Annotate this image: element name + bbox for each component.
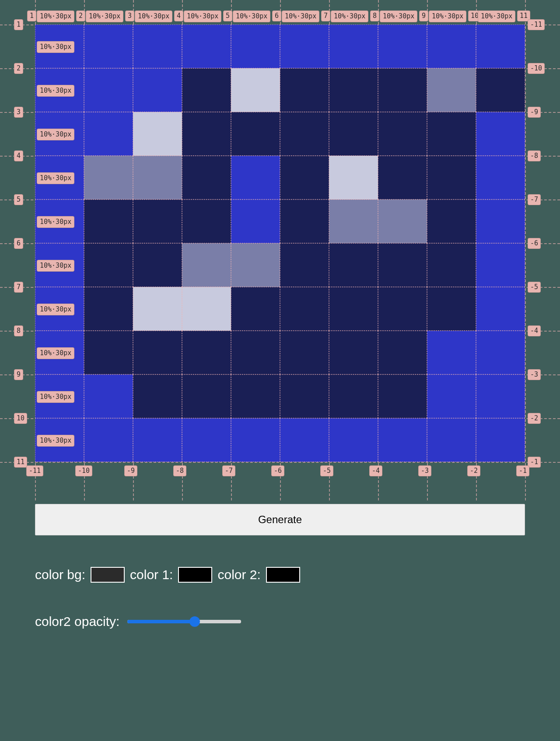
grid-cell [476, 112, 525, 156]
row-track-size: 10%·30px [37, 172, 74, 184]
grid-cell [329, 199, 378, 243]
grid-cell [84, 418, 133, 462]
grid-cell [427, 243, 476, 287]
grid-cell [329, 287, 378, 331]
grid-cell [182, 287, 231, 331]
opacity-row: color2 opacity: [35, 614, 525, 655]
row-line-number-neg: -8 [528, 150, 541, 161]
col-line-number-neg: -3 [418, 465, 431, 476]
grid-cell [231, 243, 280, 287]
row-line-number: 9 [14, 369, 23, 380]
grid-cell [280, 68, 329, 112]
generate-button[interactable]: Generate [35, 504, 525, 535]
col-line-number-neg: -6 [271, 465, 284, 476]
grid-cell [329, 156, 378, 199]
grid-inspector: 110%·30px210%·30px310%·30px410%·30px510%… [14, 14, 546, 486]
col-line-number-neg: -9 [124, 465, 137, 476]
grid-cell [84, 68, 133, 112]
col-track-size: 10%·30px [331, 10, 368, 22]
col-line-number: 9 [419, 10, 428, 21]
color-bg-swatch[interactable] [91, 567, 125, 583]
grid-cell [329, 68, 378, 112]
row-track-size: 10%·30px [37, 435, 74, 447]
grid-cell [280, 199, 329, 243]
grid-cell [476, 156, 525, 199]
color-2-swatch[interactable] [266, 567, 300, 583]
col-line-number-neg: -5 [320, 465, 333, 476]
col-track-size: 10%·30px [478, 10, 515, 22]
grid-cell [182, 243, 231, 287]
grid-cell [476, 331, 525, 374]
col-track-size: 10%·30px [135, 10, 172, 22]
grid-cell [280, 287, 329, 331]
grid-cell [133, 331, 182, 374]
row-line-number-neg: -9 [528, 107, 541, 118]
grid-cell [182, 374, 231, 418]
grid-cell [329, 112, 378, 156]
col-line-number: 4 [174, 10, 183, 21]
col-line-number-neg: -1 [516, 465, 529, 476]
row-line-number: 2 [14, 63, 23, 74]
grid-cell [476, 68, 525, 112]
row-line-number: 6 [14, 238, 23, 249]
grid-cell [378, 374, 427, 418]
grid-cell [476, 287, 525, 331]
grid-cell [329, 243, 378, 287]
grid-cell [231, 68, 280, 112]
color-1-swatch[interactable] [178, 567, 212, 583]
grid-cell [476, 243, 525, 287]
grid-cell [231, 287, 280, 331]
label-color-1: color 1: [130, 567, 173, 582]
controls: Generate color bg: color 1: color 2: col… [35, 504, 525, 655]
row-line-number: 4 [14, 150, 23, 161]
grid-cell [84, 156, 133, 199]
col-line-number: 6 [272, 10, 281, 21]
row-line-number-neg: -11 [528, 19, 545, 30]
opacity-slider[interactable] [127, 620, 241, 623]
row-track-size: 10%·30px [37, 260, 74, 272]
grid-cell [231, 418, 280, 462]
row-line-number: 5 [14, 194, 23, 205]
col-track-size: 10%·30px [282, 10, 319, 22]
grid-cell [231, 24, 280, 68]
color-row: color bg: color 1: color 2: [35, 567, 525, 583]
grid-cell [133, 374, 182, 418]
row-track-size: 10%·30px [37, 391, 74, 403]
grid-cell [378, 418, 427, 462]
col-line-number: 3 [125, 10, 134, 21]
col-line-number-neg: -8 [173, 465, 186, 476]
grid-cell [280, 243, 329, 287]
grid-cell [231, 199, 280, 243]
grid-cell [182, 156, 231, 199]
grid-cell [133, 156, 182, 199]
grid-cell [182, 68, 231, 112]
row-track-size: 10%·30px [37, 41, 74, 53]
grid-cell [378, 24, 427, 68]
col-line-number-neg: -7 [222, 465, 235, 476]
row-line-number: 1 [14, 19, 23, 30]
grid-cell [133, 287, 182, 331]
row-track-size: 10%·30px [37, 85, 74, 97]
row-line-number: 7 [14, 282, 23, 293]
grid-cell [476, 374, 525, 418]
grid-cell [231, 112, 280, 156]
grid-cell [280, 24, 329, 68]
grid-cell [84, 24, 133, 68]
row-line-number: 10 [14, 413, 27, 424]
row-line-number-neg: -5 [528, 282, 541, 293]
grid-cell [182, 112, 231, 156]
grid-cell [182, 24, 231, 68]
grid-cell [378, 243, 427, 287]
grid-cell [133, 243, 182, 287]
row-line-number-neg: -1 [528, 457, 541, 468]
grid-cell [182, 199, 231, 243]
col-line-number: 1 [27, 10, 36, 21]
grid-cell [280, 156, 329, 199]
row-line-number-neg: -3 [528, 369, 541, 380]
col-line-number: 2 [76, 10, 85, 21]
grid-cell [378, 156, 427, 199]
row-track-size: 10%·30px [37, 347, 74, 359]
grid-cell [329, 418, 378, 462]
grid-cell [329, 331, 378, 374]
grid-cell [133, 418, 182, 462]
